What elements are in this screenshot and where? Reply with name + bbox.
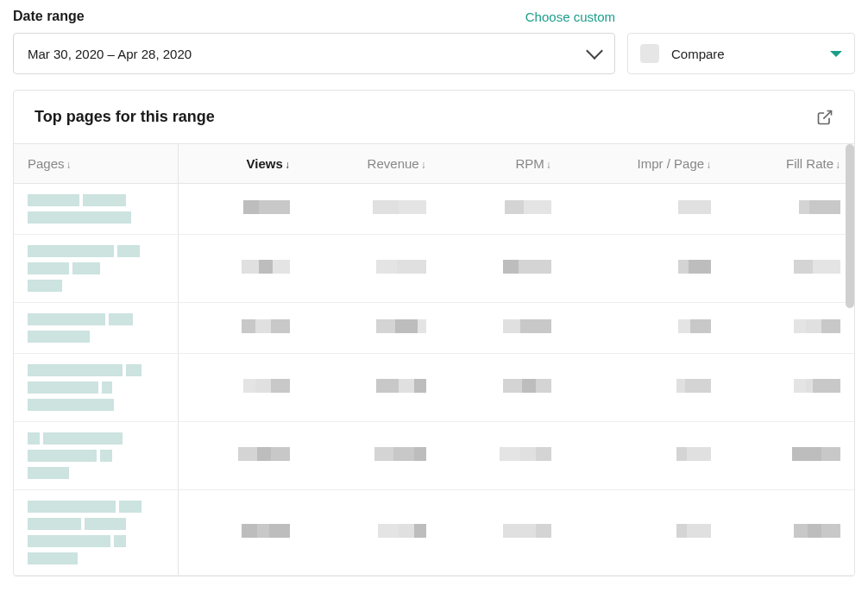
metric-cell <box>565 490 725 576</box>
metric-cell <box>440 235 565 303</box>
page-cell[interactable] <box>14 354 178 422</box>
date-range-picker[interactable]: Mar 30, 2020 – Apr 28, 2020 <box>13 33 615 74</box>
column-rpm[interactable]: RPM↓ <box>440 144 565 184</box>
metric-cell <box>178 490 304 576</box>
compare-checkbox[interactable] <box>640 44 659 63</box>
metric-cell <box>725 422 854 490</box>
table-row <box>14 235 854 303</box>
table-row <box>14 354 854 422</box>
table-row <box>14 490 854 576</box>
metric-cell <box>565 354 725 422</box>
metric-cell <box>304 422 440 490</box>
metric-cell <box>725 303 854 354</box>
metric-cell <box>440 490 565 576</box>
caret-down-icon <box>830 51 842 57</box>
page-cell[interactable] <box>14 422 178 490</box>
metric-cell <box>440 422 565 490</box>
metric-cell <box>440 184 565 235</box>
svg-line-0 <box>823 110 831 118</box>
table-row <box>14 303 854 354</box>
metric-cell <box>725 235 854 303</box>
table-row <box>14 422 854 490</box>
metric-cell <box>304 184 440 235</box>
metric-cell <box>440 354 565 422</box>
metric-cell <box>725 490 854 576</box>
column-impr-per-page[interactable]: Impr / Page↓ <box>565 144 725 184</box>
compare-label: Compare <box>671 47 818 61</box>
metric-cell <box>725 354 854 422</box>
panel-title: Top pages for this range <box>35 108 215 126</box>
metric-cell <box>178 235 304 303</box>
metric-cell <box>178 184 304 235</box>
page-cell[interactable] <box>14 490 178 576</box>
scrollbar-thumb[interactable] <box>846 144 854 308</box>
metric-cell <box>178 354 304 422</box>
metric-cell <box>725 184 854 235</box>
column-pages[interactable]: Pages↓ <box>14 144 178 184</box>
column-revenue[interactable]: Revenue↓ <box>304 144 440 184</box>
metric-cell <box>565 303 725 354</box>
choose-custom-link[interactable]: Choose custom <box>525 9 615 24</box>
metric-cell <box>304 354 440 422</box>
metric-cell <box>178 422 304 490</box>
page-cell[interactable] <box>14 235 178 303</box>
metric-cell <box>304 490 440 576</box>
metric-cell <box>565 422 725 490</box>
column-fill-rate[interactable]: Fill Rate↓ <box>725 144 854 184</box>
metric-cell <box>304 235 440 303</box>
chevron-down-icon <box>586 42 603 60</box>
column-views[interactable]: Views↓ <box>178 144 304 184</box>
metric-cell <box>304 303 440 354</box>
date-range-label: Date range <box>13 9 85 24</box>
page-cell[interactable] <box>14 184 178 235</box>
date-range-value: Mar 30, 2020 – Apr 28, 2020 <box>28 47 192 61</box>
metric-cell <box>178 303 304 354</box>
compare-selector[interactable]: Compare <box>627 33 855 74</box>
open-external-icon[interactable] <box>816 109 833 126</box>
metric-cell <box>440 303 565 354</box>
page-cell[interactable] <box>14 303 178 354</box>
table-row <box>14 184 854 235</box>
top-pages-table: Pages↓ Views↓ Revenue↓ RPM↓ Impr / Page↓… <box>14 144 854 576</box>
metric-cell <box>565 184 725 235</box>
top-pages-panel: Top pages for this range Pages↓ Views↓ R… <box>13 90 855 577</box>
metric-cell <box>565 235 725 303</box>
